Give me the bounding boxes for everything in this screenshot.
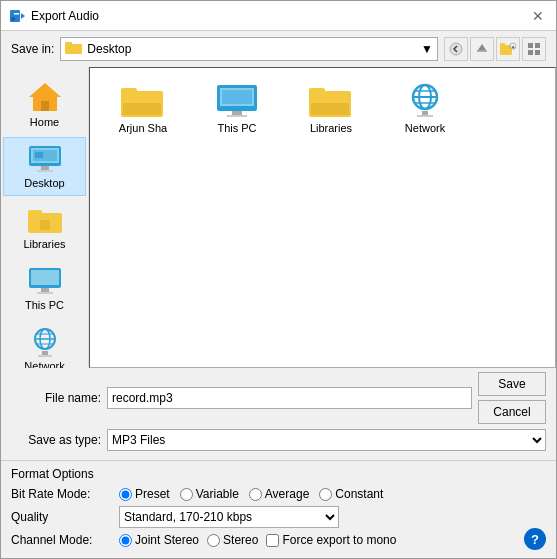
svg-rect-2 [14,13,19,15]
force-mono-label: Force export to mono [282,533,396,547]
channel-row: Channel Mode: Joint Stereo Stereo Force … [11,533,546,547]
svg-marker-3 [21,13,25,19]
svg-rect-13 [528,43,533,48]
channel-radio-group: Joint Stereo Stereo Force export to mono [119,533,396,547]
network-icon-file [403,83,447,119]
svg-rect-33 [37,292,53,294]
title-bar: Export Audio ✕ [1,1,556,31]
quality-select[interactable]: Standard, 170-210 kbps [119,506,339,528]
network-icon [26,327,64,357]
file-item-this-pc[interactable]: This PC [192,76,282,141]
folder-icon-sm [65,41,83,58]
svg-rect-48 [222,90,252,104]
sidebar-item-network[interactable]: Network [3,320,86,368]
toolbar-icons: ✦ [444,37,546,61]
filename-label: File name: [11,391,101,405]
variable-radio[interactable]: Variable [180,487,239,501]
svg-rect-39 [42,351,48,355]
save-in-dropdown[interactable]: Desktop ▼ [60,37,438,61]
svg-rect-15 [528,50,533,55]
preset-label: Preset [135,487,170,501]
svg-rect-28 [28,210,42,217]
desktop-label: Desktop [24,177,64,189]
bitrate-row: Bit Rate Mode: Preset Variable Average C… [11,487,546,501]
format-options: Format Options Bit Rate Mode: Preset Var… [1,460,556,558]
svg-rect-50 [309,88,325,97]
svg-rect-47 [227,115,247,117]
svg-rect-46 [232,111,242,115]
home-icon [27,79,63,113]
title-bar-left: Export Audio [9,8,99,24]
format-options-title: Format Options [11,467,546,481]
this-pc-file-label: This PC [217,122,256,134]
dropdown-arrow-icon: ▼ [421,42,433,56]
quality-label: Quality [11,510,111,524]
svg-rect-26 [45,156,55,158]
back-button[interactable] [444,37,468,61]
new-folder-button[interactable]: ✦ [496,37,520,61]
computer-icon [27,266,63,296]
svg-rect-14 [535,43,540,48]
sidebar: Home Desktop [1,67,89,368]
svg-point-6 [450,43,462,55]
sidebar-item-libraries[interactable]: Libraries [3,198,86,257]
svg-rect-42 [121,88,137,97]
sidebar-item-home[interactable]: Home [3,72,86,135]
sidebar-item-desktop[interactable]: Desktop [3,137,86,196]
filename-input[interactable] [107,387,472,409]
network-file-label: Network [405,122,445,134]
up-button[interactable] [470,37,494,61]
toolbar-row: Save in: Desktop ▼ [1,31,556,67]
libraries-label: Libraries [23,238,65,250]
svg-rect-25 [45,152,55,154]
filetype-select[interactable]: MP3 Files [107,429,546,451]
channel-label: Channel Mode: [11,533,111,547]
svg-rect-31 [31,270,59,285]
computer-icon-file [215,83,259,119]
help-button[interactable]: ? [524,528,546,550]
cancel-button[interactable]: Cancel [478,400,546,424]
file-item-network[interactable]: Network [380,76,470,141]
folder-icon-arjun [121,83,165,119]
bottom-fields: File name: Save Cancel Save as type: MP3… [1,368,556,460]
average-label: Average [265,487,309,501]
svg-point-1 [11,17,15,21]
view-button[interactable] [522,37,546,61]
close-button[interactable]: ✕ [528,6,548,26]
svg-marker-8 [478,44,486,50]
svg-rect-22 [37,170,53,172]
svg-rect-40 [38,355,52,357]
filetype-row: Save as type: MP3 Files [11,429,546,451]
bitrate-radio-group: Preset Variable Average Constant [119,487,383,501]
svg-rect-29 [40,220,50,230]
joint-stereo-label: Joint Stereo [135,533,199,547]
variable-label: Variable [196,487,239,501]
svg-text:✦: ✦ [511,44,515,50]
save-in-value: Desktop [87,42,417,56]
constant-label: Constant [335,487,383,501]
network-label: Network [24,360,64,368]
file-item-libraries[interactable]: Libraries [286,76,376,141]
stereo-radio[interactable]: Stereo [207,533,258,547]
svg-rect-16 [535,50,540,55]
svg-rect-18 [41,101,49,111]
quality-row: Quality Standard, 170-210 kbps [11,506,546,528]
constant-radio[interactable]: Constant [319,487,383,501]
svg-rect-57 [422,111,428,115]
average-radio[interactable]: Average [249,487,309,501]
svg-rect-24 [35,152,43,158]
dialog-title: Export Audio [31,9,99,23]
svg-rect-7 [477,50,487,52]
save-button[interactable]: Save [478,372,546,396]
export-audio-dialog: Export Audio ✕ Save in: Desktop ▼ [0,0,557,559]
file-area: Arjun Sha This PC [89,67,556,368]
home-label: Home [30,116,59,128]
libraries-file-label: Libraries [310,122,352,134]
joint-stereo-radio[interactable]: Joint Stereo [119,533,199,547]
libraries-folder-icon [26,205,64,235]
file-item-arjun-sha[interactable]: Arjun Sha [98,76,188,141]
svg-rect-58 [417,115,433,117]
force-mono-checkbox[interactable]: Force export to mono [266,533,396,547]
preset-radio[interactable]: Preset [119,487,170,501]
sidebar-item-this-pc[interactable]: This PC [3,259,86,318]
